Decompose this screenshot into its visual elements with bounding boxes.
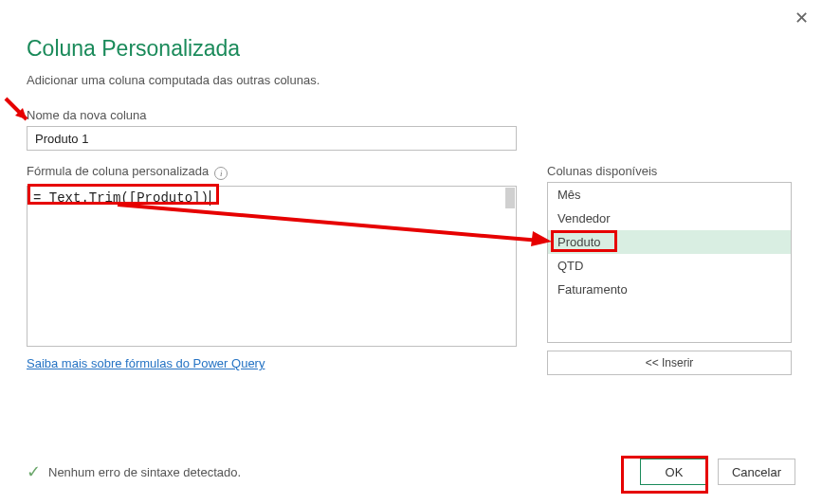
list-item[interactable]: QTD xyxy=(548,254,791,278)
scrollbar-thumb[interactable] xyxy=(505,188,515,208)
text-cursor xyxy=(210,190,210,206)
list-item[interactable]: Produto xyxy=(548,230,791,254)
new-column-label: Nome da nova coluna xyxy=(27,108,795,122)
list-item[interactable]: Mês xyxy=(548,183,791,207)
cancel-button[interactable]: Cancelar xyxy=(718,459,795,485)
formula-section: Fórmula de coluna personalizada i = Text… xyxy=(27,164,517,370)
available-columns-label: Colunas disponíveis xyxy=(547,164,792,178)
list-item[interactable]: Vendedor xyxy=(548,207,791,230)
status-text: Nenhum erro de sintaxe detectado. xyxy=(48,465,241,479)
learn-more-link[interactable]: Saiba mais sobre fórmulas do Power Query xyxy=(27,356,265,370)
dialog-footer: ✓ Nenhum erro de sintaxe detectado. OK C… xyxy=(27,459,795,485)
info-icon[interactable]: i xyxy=(214,167,228,180)
check-icon: ✓ xyxy=(27,461,41,482)
close-icon[interactable]: ✕ xyxy=(795,8,809,28)
insert-button[interactable]: << Inserir xyxy=(547,351,792,375)
available-columns-section: Colunas disponíveis Mês Vendedor Produto… xyxy=(547,164,792,375)
available-columns-list[interactable]: Mês Vendedor Produto QTD Faturamento xyxy=(547,182,792,343)
list-item[interactable]: Faturamento xyxy=(548,278,791,301)
formula-label: Fórmula de coluna personalizada xyxy=(27,164,209,178)
svg-marker-1 xyxy=(15,108,27,119)
svg-line-0 xyxy=(6,99,27,119)
ok-button[interactable]: OK xyxy=(640,459,708,485)
formula-input[interactable]: = Text.Trim([Produto]) xyxy=(27,186,517,347)
new-column-input[interactable] xyxy=(27,126,517,151)
dialog-subtitle: Adicionar uma coluna computada das outra… xyxy=(27,73,795,87)
dialog-title: Coluna Personalizada xyxy=(27,36,795,62)
formula-text: = Text.Trim([Produto]) xyxy=(33,190,209,206)
